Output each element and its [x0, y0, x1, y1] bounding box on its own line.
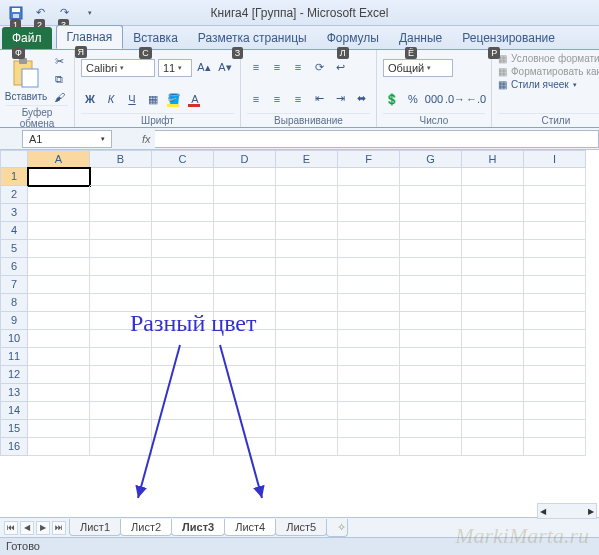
italic-button[interactable]: К [102, 91, 120, 107]
cell[interactable] [28, 348, 90, 366]
cell[interactable] [462, 348, 524, 366]
cell[interactable] [90, 420, 152, 438]
cell[interactable] [462, 330, 524, 348]
horizontal-scrollbar[interactable]: ◀▶ [537, 503, 597, 519]
cell[interactable] [214, 168, 276, 186]
cell[interactable] [276, 402, 338, 420]
paste-button[interactable]: Вставить [6, 53, 46, 105]
sheet-nav-prev-icon[interactable]: ◀ [20, 521, 34, 535]
cell[interactable] [462, 276, 524, 294]
cell[interactable] [462, 258, 524, 276]
cell[interactable] [214, 420, 276, 438]
col-header[interactable]: E [276, 150, 338, 168]
cell[interactable] [152, 366, 214, 384]
cell[interactable] [524, 204, 586, 222]
col-header[interactable]: H [462, 150, 524, 168]
cell[interactable] [152, 348, 214, 366]
cell[interactable] [90, 240, 152, 258]
row-header[interactable]: 1 [0, 168, 28, 186]
sheet-tab[interactable]: Лист2 [120, 519, 172, 536]
cell[interactable] [276, 276, 338, 294]
cell[interactable] [338, 366, 400, 384]
currency-icon[interactable]: 💲 [383, 91, 401, 107]
cell[interactable] [524, 312, 586, 330]
row-header[interactable]: 5 [0, 240, 28, 258]
cell[interactable] [90, 276, 152, 294]
row-header[interactable]: 9 [0, 312, 28, 330]
cell[interactable] [462, 222, 524, 240]
cell[interactable] [400, 420, 462, 438]
underline-button[interactable]: Ч [123, 91, 141, 107]
cell[interactable] [276, 240, 338, 258]
cell[interactable] [90, 258, 152, 276]
number-format-select[interactable]: Общий [383, 59, 453, 77]
cell[interactable] [152, 384, 214, 402]
cell[interactable] [214, 276, 276, 294]
cell[interactable] [28, 366, 90, 384]
cell[interactable] [276, 204, 338, 222]
cell[interactable] [338, 168, 400, 186]
cell[interactable] [524, 384, 586, 402]
cell[interactable] [338, 438, 400, 456]
cell[interactable] [90, 204, 152, 222]
cell[interactable] [28, 258, 90, 276]
cell[interactable] [152, 258, 214, 276]
sheet-nav-last-icon[interactable]: ⏭ [52, 521, 66, 535]
cell[interactable] [28, 312, 90, 330]
cell[interactable] [400, 168, 462, 186]
cell[interactable] [90, 312, 152, 330]
tab-review[interactable]: РецензированиеР [452, 27, 565, 49]
qat-customize-icon[interactable] [78, 3, 98, 23]
cell[interactable] [152, 330, 214, 348]
font-color-icon[interactable]: A [186, 91, 204, 107]
cell[interactable] [524, 402, 586, 420]
copy-icon[interactable]: ⧉ [50, 71, 68, 87]
cell[interactable] [462, 312, 524, 330]
cell[interactable] [28, 402, 90, 420]
cell[interactable] [152, 402, 214, 420]
tab-formulas[interactable]: ФормулыЛ [317, 27, 389, 49]
new-sheet-button[interactable]: ✧ [326, 519, 348, 537]
sheet-nav-first-icon[interactable]: ⏮ [4, 521, 18, 535]
cell[interactable] [276, 348, 338, 366]
row-header[interactable]: 14 [0, 402, 28, 420]
align-center-icon[interactable]: ≡ [268, 91, 286, 107]
cell[interactable] [524, 240, 586, 258]
row-header[interactable]: 3 [0, 204, 28, 222]
cell[interactable] [28, 276, 90, 294]
cell[interactable] [338, 312, 400, 330]
cell[interactable] [400, 438, 462, 456]
sheet-tab[interactable]: Лист5 [275, 519, 327, 536]
cell[interactable] [214, 402, 276, 420]
align-top-icon[interactable]: ≡ [247, 59, 265, 75]
orientation-icon[interactable]: ⟳ [310, 59, 328, 75]
cell[interactable] [28, 438, 90, 456]
increase-indent-icon[interactable]: ⇥ [331, 91, 349, 107]
formula-input[interactable] [155, 130, 599, 148]
cell[interactable] [338, 420, 400, 438]
sheet-tab[interactable]: Лист1 [69, 519, 121, 536]
cell[interactable] [28, 330, 90, 348]
cell[interactable] [276, 420, 338, 438]
cell[interactable] [338, 348, 400, 366]
cell[interactable] [214, 348, 276, 366]
cell[interactable] [400, 258, 462, 276]
cell[interactable] [400, 276, 462, 294]
sheet-tab[interactable]: Лист4 [224, 519, 276, 536]
cell[interactable] [400, 330, 462, 348]
cell[interactable] [338, 204, 400, 222]
cell[interactable] [214, 186, 276, 204]
cell[interactable] [152, 222, 214, 240]
cell[interactable] [276, 294, 338, 312]
cell[interactable] [400, 312, 462, 330]
cell[interactable] [462, 402, 524, 420]
redo-icon[interactable]: ↷3 [54, 3, 74, 23]
cell[interactable] [90, 186, 152, 204]
name-box[interactable]: A1▾ [22, 130, 112, 148]
cell[interactable] [90, 348, 152, 366]
cell[interactable] [524, 276, 586, 294]
cell[interactable] [214, 258, 276, 276]
cell[interactable] [276, 258, 338, 276]
cell[interactable] [400, 366, 462, 384]
cell[interactable] [214, 366, 276, 384]
